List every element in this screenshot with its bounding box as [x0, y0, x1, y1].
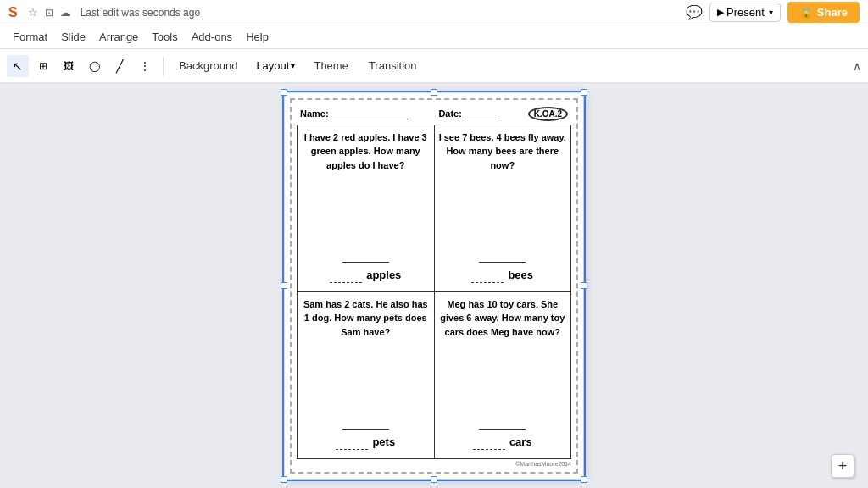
- handle-tl[interactable]: [281, 89, 287, 96]
- menu-arrange[interactable]: Arrange: [93, 29, 144, 45]
- answer-word-3: pets: [372, 435, 395, 448]
- slide: Name: Date: K.OA.2 I have 2 re: [285, 93, 583, 479]
- answer-solid-line-4: [479, 429, 526, 430]
- star-icon[interactable]: ☆: [28, 6, 38, 19]
- problem-text-2: I see 7 bees. 4 bees fly away. How many …: [438, 130, 568, 173]
- handle-bl[interactable]: [281, 476, 287, 483]
- menu-tools[interactable]: Tools: [146, 29, 183, 45]
- problem-text-4: Meg has 10 toy cars. She gives 6 away. H…: [438, 297, 568, 340]
- handle-tr[interactable]: [581, 89, 587, 96]
- handle-lm[interactable]: [281, 282, 287, 289]
- work-area-1: apples: [301, 172, 431, 286]
- present-dropdown-icon[interactable]: ▾: [769, 8, 773, 17]
- date-field: Date:: [438, 108, 497, 119]
- answer-dashed-row-2: bees: [471, 267, 533, 283]
- app-icon: S: [8, 5, 18, 20]
- handle-rm[interactable]: [581, 282, 587, 289]
- menu-addons[interactable]: Add-ons: [186, 29, 238, 45]
- comment-icon[interactable]: 💬: [686, 4, 703, 20]
- layout-dropdown[interactable]: Layout▾: [249, 56, 302, 75]
- name-field: Name:: [300, 108, 408, 119]
- dashed-line-1: [330, 267, 362, 283]
- handle-tm[interactable]: [431, 89, 437, 96]
- cloud-icon[interactable]: ☁: [60, 7, 70, 19]
- layout-chevron: ▾: [291, 61, 295, 70]
- toolbar-divider-1: [163, 57, 164, 75]
- share-button[interactable]: 🔒 Share: [787, 2, 860, 23]
- line-tool[interactable]: ╱: [108, 55, 131, 77]
- work-area-4: cars: [438, 339, 568, 453]
- image-tool[interactable]: 🖼: [58, 55, 80, 77]
- copyright-text: ©MarthasMoore2014: [297, 459, 571, 467]
- plus-icon: +: [838, 458, 848, 475]
- menu-help[interactable]: Help: [240, 29, 275, 45]
- canvas-area: Name: Date: K.OA.2 I have 2 re: [0, 83, 868, 488]
- answer-dashed-row-4: cars: [473, 434, 532, 450]
- work-area-2: bees: [438, 172, 568, 286]
- date-line: [465, 108, 497, 119]
- problem-cell-2: I see 7 bees. 4 bees fly away. How many …: [435, 125, 572, 292]
- standard-badge: K.OA.2: [528, 107, 568, 121]
- answer-solid-line-1: [342, 262, 389, 263]
- menu-slide[interactable]: Slide: [55, 29, 92, 45]
- folder-icon[interactable]: ⊡: [45, 7, 53, 19]
- menu-format[interactable]: Format: [7, 29, 53, 45]
- present-button[interactable]: ▶ Present ▾: [709, 3, 781, 22]
- name-line: [331, 108, 408, 119]
- theme-button[interactable]: Theme: [305, 56, 356, 75]
- problem-cell-4: Meg has 10 toy cars. She gives 6 away. H…: [435, 292, 572, 459]
- cursor-tool[interactable]: ↖: [7, 55, 29, 77]
- problem-cell-1: I have 2 red apples. I have 3 green appl…: [298, 125, 435, 292]
- lock-icon: 🔒: [799, 6, 813, 19]
- last-edit-text: Last edit was seconds ago: [81, 7, 200, 19]
- dashed-line-4: [473, 434, 505, 450]
- dashed-line-3: [336, 434, 368, 450]
- handle-br[interactable]: [581, 476, 587, 483]
- answer-dashed-row-3: pets: [336, 434, 395, 450]
- handle-bm[interactable]: [431, 476, 437, 483]
- toolbar: ↖ ⊞ 🖼 ◯ ╱ ⋮ Background Layout▾ Theme Tra…: [0, 49, 868, 83]
- add-slide-button[interactable]: +: [831, 454, 854, 478]
- dashed-line-2: [471, 267, 504, 283]
- problem-cell-3: Sam has 2 cats. He also has 1 dog. How m…: [298, 292, 435, 459]
- answer-word-4: cars: [509, 435, 532, 448]
- answer-solid-line-2: [479, 262, 526, 263]
- slide-inner: Name: Date: K.OA.2 I have 2 re: [297, 105, 571, 467]
- answer-dashed-row-1: apples: [330, 267, 401, 283]
- problem-text-3: Sam has 2 cats. He also has 1 dog. How m…: [301, 297, 431, 340]
- slide-wrapper[interactable]: Name: Date: K.OA.2 I have 2 re: [285, 93, 583, 479]
- work-area-3: pets: [301, 339, 431, 453]
- transition-button[interactable]: Transition: [360, 56, 426, 75]
- answer-word-1: apples: [366, 269, 401, 281]
- more-tool[interactable]: ⋮: [134, 55, 156, 77]
- present-icon: ▶: [717, 7, 724, 18]
- answer-solid-line-3: [342, 429, 389, 430]
- problem-text-1: I have 2 red apples. I have 3 green appl…: [301, 130, 431, 173]
- slide-header: Name: Date: K.OA.2: [297, 105, 571, 125]
- title-bar: S ☆ ⊡ ☁ Last edit was seconds ago 💬 ▶ Pr…: [0, 0, 868, 25]
- problem-grid: I have 2 red apples. I have 3 green appl…: [297, 125, 571, 459]
- frame-tool[interactable]: ⊞: [32, 55, 54, 77]
- menu-bar: Format Slide Arrange Tools Add-ons Help: [0, 25, 868, 49]
- collapse-icon[interactable]: ∧: [853, 59, 861, 73]
- background-button[interactable]: Background: [170, 56, 246, 75]
- answer-word-2: bees: [508, 269, 533, 281]
- shape-tool[interactable]: ◯: [83, 55, 105, 77]
